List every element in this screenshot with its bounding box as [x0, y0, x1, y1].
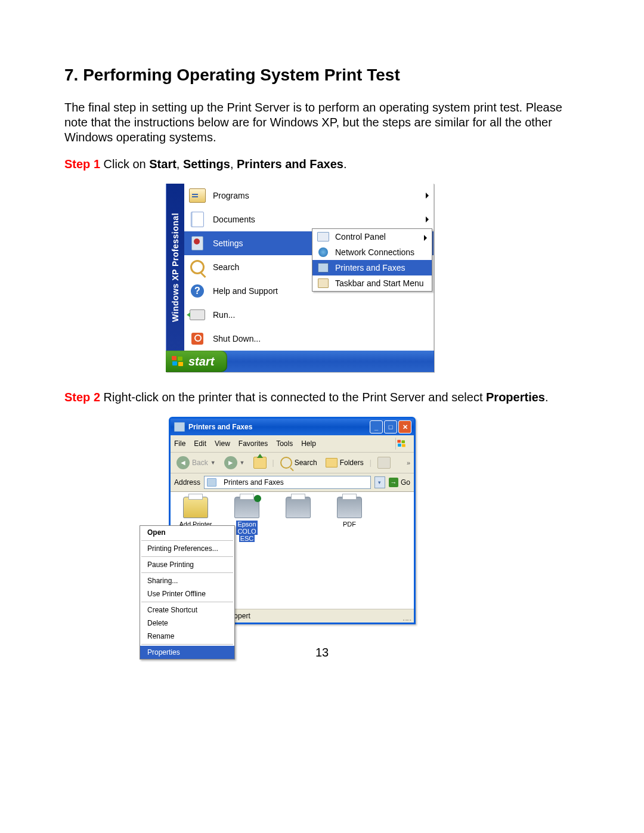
separator: [141, 556, 233, 557]
toolbar-overflow[interactable]: »: [407, 459, 410, 466]
settings-submenu: Control Panel Network Connections Printe…: [312, 228, 432, 292]
maximize-button[interactable]: □: [384, 420, 397, 433]
window-titlebar: Printers and Faxes _ □ ✕: [171, 419, 414, 435]
network-icon: [317, 246, 329, 258]
menu-help[interactable]: Help: [301, 439, 316, 448]
forward-button[interactable]: ► ▼: [222, 455, 247, 470]
step2-text: Step 2 Right-click on the printer that i…: [64, 390, 580, 405]
menu-item-programs[interactable]: Programs: [184, 184, 434, 208]
submenu-item-network[interactable]: Network Connections: [312, 244, 432, 260]
address-bar: Address Printers and Faxes ▾ → Go: [171, 473, 414, 492]
start-menu-screenshot: Windows XP Professional Programs Documen…: [166, 184, 434, 372]
ctx-delete[interactable]: Delete: [140, 617, 234, 630]
go-button[interactable]: → Go: [389, 478, 410, 487]
address-field[interactable]: Printers and Faxes: [204, 476, 371, 489]
up-folder-icon: [253, 457, 267, 469]
up-button[interactable]: [251, 456, 269, 470]
help-icon: ?: [189, 283, 206, 299]
printer-icon: [286, 497, 311, 518]
folders-button[interactable]: Folders: [323, 457, 366, 469]
menu-edit[interactable]: Edit: [194, 439, 206, 448]
resize-grip-icon[interactable]: ⣀⣀: [402, 611, 410, 621]
printer-epson-label1: Epson: [236, 521, 257, 528]
ctx-create-shortcut[interactable]: Create Shortcut: [140, 603, 234, 617]
submenu-item-control-panel[interactable]: Control Panel: [312, 229, 432, 244]
close-button[interactable]: ✕: [398, 420, 411, 433]
step1-text: Step 1 Click on Start, Settings, Printer…: [64, 157, 580, 172]
menu-item-shutdown[interactable]: Shut Down...: [184, 327, 434, 351]
views-icon: [377, 457, 391, 469]
search-button[interactable]: Search: [278, 456, 320, 470]
start-menu-sidebar: Windows XP Professional: [166, 184, 184, 351]
ctx-pause-printing[interactable]: Pause Printing: [140, 558, 234, 571]
printer-pdf[interactable]: PDF: [329, 497, 370, 528]
windows-flag-icon: [395, 438, 410, 450]
toolbar: ◄ Back ▼ ► ▼ | Search Folde: [171, 453, 414, 473]
printer-epson-label3: ESC: [239, 535, 255, 542]
chevron-down-icon: ▼: [210, 460, 216, 466]
printer-add-printer[interactable]: Add Printer: [175, 497, 216, 528]
views-button[interactable]: [375, 456, 393, 470]
intro-text: The final step in setting up the Print S…: [64, 100, 580, 145]
programs-icon: [189, 187, 206, 204]
folders-icon: [326, 458, 338, 467]
separator: [141, 540, 233, 541]
printer-generic-1[interactable]: [278, 497, 318, 521]
back-icon: ◄: [177, 456, 190, 469]
ctx-open[interactable]: Open: [140, 526, 234, 539]
menu-file[interactable]: File: [174, 439, 185, 448]
submenu-item-printers-faxes[interactable]: Printers and Faxes: [312, 260, 432, 275]
menu-item-run[interactable]: Run...: [184, 303, 434, 327]
address-dropdown[interactable]: ▾: [374, 476, 385, 488]
menubar: File Edit View Favorites Tools Help: [171, 435, 414, 453]
printer-epson-label2: COLO: [236, 528, 257, 535]
forward-icon: ►: [224, 456, 237, 469]
taskbar-icon: [317, 277, 329, 289]
menu-favorites[interactable]: Favorites: [239, 439, 268, 448]
start-button[interactable]: start: [166, 351, 227, 372]
menu-view[interactable]: View: [215, 439, 230, 448]
printer-icon: [337, 497, 362, 518]
address-label: Address: [174, 478, 200, 487]
chevron-down-icon: ▼: [240, 460, 245, 466]
printer-icon: [174, 422, 185, 432]
settings-icon: [189, 235, 206, 252]
search-icon: [189, 259, 206, 275]
ctx-rename[interactable]: Rename: [140, 630, 234, 643]
printer-icon: [207, 478, 216, 487]
control-panel-icon: [317, 231, 329, 243]
separator: [141, 644, 233, 645]
window-title: Printers and Faxes: [188, 423, 370, 431]
search-icon: [280, 457, 292, 469]
separator: [141, 602, 233, 602]
ctx-sharing[interactable]: Sharing...: [140, 574, 234, 587]
run-icon: [189, 306, 206, 323]
page-heading: 7. Performing Operating System Print Tes…: [64, 66, 580, 85]
separator: [141, 572, 233, 573]
ctx-use-offline[interactable]: Use Printer Offline: [140, 587, 234, 600]
printer-icon: [234, 497, 259, 518]
submenu-item-taskbar[interactable]: Taskbar and Start Menu: [312, 275, 432, 291]
windows-logo-icon: [172, 356, 184, 367]
menu-item-documents[interactable]: Documents: [184, 208, 434, 231]
back-button[interactable]: ◄ Back ▼: [174, 455, 218, 470]
menu-tools[interactable]: Tools: [276, 439, 293, 448]
context-menu: Open Printing Preferences... Pause Print…: [140, 525, 235, 659]
taskbar: start: [166, 351, 434, 372]
add-printer-icon: [183, 497, 208, 518]
go-icon: →: [389, 478, 398, 487]
step1-label: Step 1: [64, 157, 100, 171]
chevron-right-icon: [424, 235, 427, 241]
ctx-printing-preferences[interactable]: Printing Preferences...: [140, 542, 234, 555]
chevron-right-icon: [426, 193, 429, 199]
ctx-properties[interactable]: Properties: [140, 646, 234, 659]
chevron-right-icon: [426, 216, 429, 222]
minimize-button[interactable]: _: [370, 420, 383, 433]
documents-icon: [189, 211, 206, 228]
shutdown-icon: [189, 330, 206, 347]
printer-icon: [317, 262, 329, 274]
step2-label: Step 2: [64, 391, 100, 404]
